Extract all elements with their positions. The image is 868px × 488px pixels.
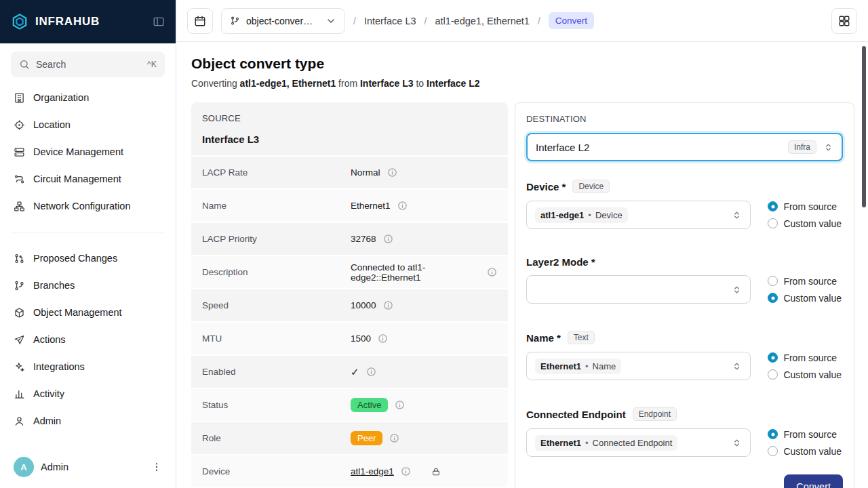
- sidebar-item-location[interactable]: Location: [5, 111, 170, 138]
- sidebar-item-proposed-changes[interactable]: Proposed Changes: [5, 245, 170, 272]
- info-icon[interactable]: [383, 234, 393, 244]
- radio-button: [768, 293, 778, 303]
- panel-left-icon: [153, 16, 165, 28]
- user-menu[interactable]: A Admin: [0, 446, 176, 488]
- property-row-speed: Speed 10000: [191, 288, 508, 321]
- radio-button: [768, 352, 778, 363]
- chevron-up-down-icon: [732, 438, 742, 448]
- source-panel-header: SOURCE Interface L3: [191, 102, 508, 155]
- page-subtitle: Converting atl1-edge1, Ethernet1 from In…: [191, 78, 854, 89]
- radio-from-source[interactable]: From source: [768, 352, 842, 363]
- property-row-name: Name Ethernet1: [191, 188, 508, 222]
- schedule-button[interactable]: [187, 8, 213, 34]
- breadcrumb-separator: /: [425, 16, 427, 26]
- info-icon[interactable]: [378, 333, 388, 344]
- breadcrumb-convert-badge[interactable]: Convert: [549, 12, 594, 29]
- value-source-radios: From source Custom value: [768, 352, 843, 380]
- status-badge: Active: [351, 398, 388, 412]
- info-icon[interactable]: [487, 267, 497, 277]
- sidebar-item-object-management[interactable]: Object Management: [5, 299, 170, 326]
- destination-heading: DESTINATION: [526, 114, 843, 124]
- field-label: Device *: [526, 181, 566, 192]
- info-icon[interactable]: [401, 466, 411, 476]
- field-label: Connected Endpoint: [526, 409, 626, 420]
- nav-divider: [11, 232, 165, 232]
- bar-chart-icon: [14, 388, 25, 400]
- name-select[interactable]: Ethernet1 • Name: [526, 352, 751, 380]
- radio-from-source[interactable]: From source: [768, 276, 842, 287]
- radio-from-source[interactable]: From source: [768, 201, 842, 212]
- sidebar-item-circuit-management[interactable]: Circuit Management: [5, 165, 170, 192]
- sidebar-item-actions[interactable]: Actions: [5, 326, 170, 353]
- layer2-mode-select[interactable]: [526, 275, 751, 304]
- radio-custom-value[interactable]: Custom value: [768, 293, 842, 304]
- sidebar-item-integrations[interactable]: Integrations: [5, 353, 170, 380]
- sidebar-item-admin[interactable]: Admin: [5, 407, 170, 434]
- info-icon[interactable]: [389, 433, 399, 443]
- selected-value-pill: Ethernet1 • Name: [535, 359, 621, 374]
- property-row-mtu: MTU 1500: [191, 321, 508, 354]
- calendar-icon: [194, 15, 206, 27]
- infrahub-logo-icon: [11, 13, 28, 30]
- device-link[interactable]: atl1-edge1: [351, 466, 394, 476]
- namespace-badge: Infra: [788, 140, 816, 154]
- destination-schema-select[interactable]: Interface L2 Infra: [526, 133, 843, 161]
- avatar: A: [14, 457, 34, 477]
- subtitle-object: atl1-edge1, Ethernet1: [240, 78, 336, 89]
- field-kind-badge: Text: [568, 331, 595, 344]
- sidebar-item-label: Device Management: [33, 146, 123, 157]
- sidebar: INFRAHUB Search ^K Organization Location: [0, 0, 176, 488]
- radio-from-source[interactable]: From source: [768, 429, 842, 440]
- sidebar-item-network-configuration[interactable]: Network Configuration: [5, 192, 170, 220]
- device-select[interactable]: atl1-edge1 • Device: [526, 201, 751, 229]
- branch-selector[interactable]: object-conver…: [221, 8, 345, 34]
- source-heading: SOURCE: [202, 113, 497, 123]
- info-icon[interactable]: [395, 400, 405, 410]
- app-window: INFRAHUB Search ^K Organization Location: [0, 0, 868, 488]
- destination-panel: DESTINATION Interface L2 Infra Device * …: [515, 102, 854, 488]
- sidebar-header: INFRAHUB: [0, 0, 176, 43]
- property-row-description: Description Connected to atl1-edge2::Eth…: [191, 255, 508, 288]
- convert-button[interactable]: Convert: [784, 474, 843, 488]
- scrollbar-thumb[interactable]: [862, 46, 866, 207]
- grid-squares-icon: [838, 15, 850, 27]
- source-panel: SOURCE Interface L3 LACP Rate Normal Nam…: [191, 102, 508, 487]
- info-icon[interactable]: [366, 367, 376, 377]
- sidebar-collapse-button[interactable]: [153, 16, 165, 28]
- git-branch-icon: [230, 16, 240, 26]
- info-icon[interactable]: [383, 300, 393, 310]
- server-icon: [14, 146, 25, 158]
- sidebar-item-branches[interactable]: Branches: [5, 272, 170, 299]
- search-input[interactable]: Search ^K: [11, 52, 165, 77]
- info-icon[interactable]: [387, 167, 397, 178]
- sidebar-item-activity[interactable]: Activity: [5, 380, 170, 407]
- property-row-lacp-priority: LACP Priority 32768: [191, 222, 508, 255]
- subtitle-from-schema: Interface L3: [360, 78, 414, 89]
- cube-icon: [14, 307, 25, 319]
- connected-endpoint-select[interactable]: Ethernet1 • Connected Endpoint: [526, 428, 751, 457]
- user-menu-button[interactable]: [151, 462, 162, 472]
- info-icon[interactable]: [397, 201, 408, 211]
- sidebar-item-device-management[interactable]: Device Management: [5, 138, 170, 165]
- subtitle-to-schema: Interface L2: [427, 78, 480, 89]
- radio-custom-value[interactable]: Custom value: [768, 369, 842, 380]
- radio-custom-value[interactable]: Custom value: [768, 218, 842, 229]
- breadcrumb-schema[interactable]: Interface L3: [364, 16, 416, 26]
- field-label: Layer2 Mode *: [526, 256, 595, 268]
- radio-button: [768, 446, 778, 456]
- breadcrumb-object[interactable]: atl1-edge1, Ethernet1: [435, 16, 529, 26]
- radio-custom-value[interactable]: Custom value: [768, 446, 842, 457]
- field-kind-badge: Endpoint: [633, 407, 677, 421]
- breadcrumb-separator: /: [353, 16, 356, 26]
- field-connected-endpoint: Connected Endpoint Endpoint Ethernet1 • …: [526, 407, 843, 457]
- branch-name: object-conver…: [246, 16, 313, 26]
- sidebar-item-organization[interactable]: Organization: [5, 84, 170, 111]
- brand-title: INFRAHUB: [35, 15, 146, 28]
- radio-button: [768, 369, 778, 380]
- topbar: object-conver… / Interface L3 / atl1-edg…: [176, 0, 868, 42]
- components-button[interactable]: [831, 8, 857, 34]
- locate-icon: [14, 119, 25, 131]
- page-title: Object convert type: [191, 56, 854, 72]
- field-layer2-mode: Layer2 Mode * From source: [526, 256, 843, 304]
- radio-button: [768, 201, 778, 211]
